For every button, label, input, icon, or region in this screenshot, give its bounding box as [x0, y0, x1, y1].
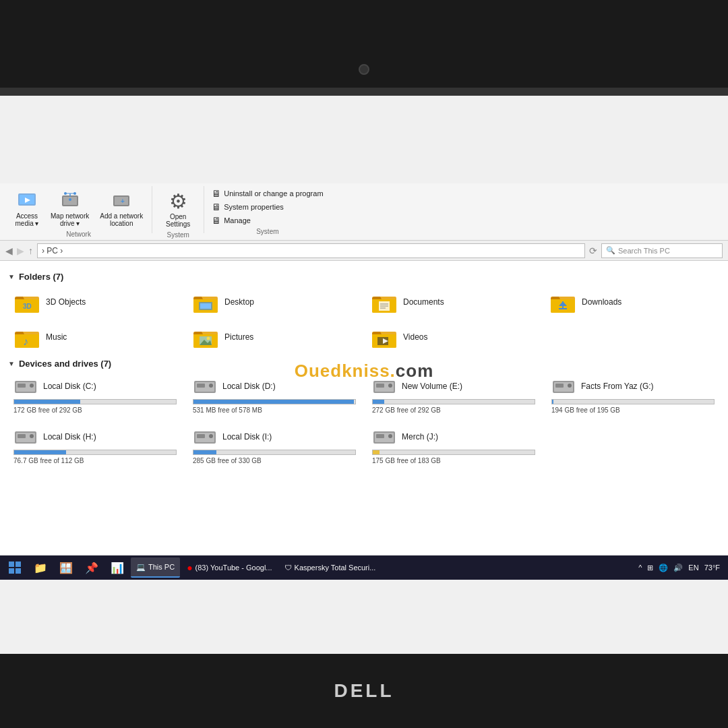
ribbon: Access media ▾ — [0, 183, 728, 241]
taskbar-office-icon[interactable]: 📊 — [105, 557, 129, 578]
uninstall-label: Uninstall or change a program — [224, 189, 323, 198]
taskbar: 📁 🪟 📌 📊 💻 This PC ● (83) YouTube - Googl… — [0, 555, 728, 580]
list-item[interactable]: Videos — [365, 321, 541, 353]
system-tray: ^ ⊞ 🌐 🔊 EN 73°F — [638, 564, 725, 572]
bottom-bezel: DELL — [0, 654, 728, 728]
folder-music-icon: ♪ — [13, 325, 40, 349]
drive-top: Merch (J:) — [372, 427, 535, 446]
taskbar-windows-icon[interactable]: 🪟 — [54, 557, 78, 578]
search-placeholder: Search This PC — [618, 247, 670, 255]
forward-icon[interactable]: ▶ — [17, 245, 24, 256]
drives-grid: Local Disk (C:) 172 GB free of 292 GB Lo… — [8, 373, 720, 468]
drive-name: Merch (J:) — [402, 432, 438, 442]
tray-temperature: 73°F — [704, 564, 720, 572]
list-item[interactable]: Local Disk (C:) 172 GB free of 292 GB — [8, 373, 182, 418]
manage-label: Manage — [224, 216, 251, 224]
folder-videos-icon — [371, 325, 398, 349]
drive-info: 175 GB free of 183 GB — [372, 457, 535, 464]
taskbar-this-pc-button[interactable]: 💻 This PC — [131, 557, 180, 578]
file-explorer: Access media ▾ — [0, 183, 728, 580]
tray-chevron[interactable]: ^ — [638, 564, 642, 572]
drive-bar — [193, 450, 216, 454]
folders-grid: 3D 3D Objects Desktop — [8, 286, 720, 353]
list-item[interactable]: Local Disk (H:) 76.7 GB free of 112 GB — [8, 423, 182, 468]
svg-rect-46 — [18, 384, 26, 388]
taskbar-youtube-button[interactable]: ● (83) YouTube - Googl... — [181, 557, 277, 578]
ribbon-system-section: 🖥 Uninstall or change a program 🖥 System… — [204, 186, 330, 233]
svg-text:+: + — [121, 198, 125, 205]
tray-language: EN — [688, 564, 698, 572]
ribbon-network-section: Access media ▾ — [5, 186, 152, 233]
folder-desktop-label: Desktop — [224, 297, 254, 307]
folder-downloads-label: Downloads — [582, 297, 621, 307]
webcam — [359, 64, 369, 75]
drive-name: Local Disk (C:) — [43, 382, 96, 391]
access-media-label: Access media ▾ — [15, 212, 38, 227]
tray-volume-icon[interactable]: 🔊 — [673, 564, 683, 572]
drive-info: 531 MB free of 578 MB — [193, 406, 356, 414]
drive-icon — [193, 427, 217, 446]
drive-info: 285 GB free of 330 GB — [193, 457, 356, 464]
drive-bar — [14, 450, 66, 454]
address-path[interactable]: › PC › — [37, 243, 585, 258]
svg-point-63 — [30, 434, 34, 438]
tray-task-view-icon[interactable]: ⊞ — [647, 564, 653, 572]
drive-bar-container — [193, 450, 356, 455]
drive-bar — [14, 400, 80, 404]
drive-icon — [193, 377, 217, 396]
drive-bar-container — [551, 399, 715, 404]
list-item[interactable]: Pictures — [187, 321, 363, 353]
list-item[interactable]: New Volume (E:) 272 GB free of 292 GB — [367, 373, 541, 418]
back-icon[interactable]: ◀ — [5, 245, 13, 256]
uninstall-icon: 🖥 — [212, 188, 221, 199]
svg-rect-75 — [16, 568, 21, 574]
drives-section-header[interactable]: ▼ Devices and drives (7) — [8, 359, 720, 369]
list-item[interactable]: Facts From Yaz (G:) 194 GB free of 195 G… — [546, 373, 720, 418]
list-item[interactable]: Documents — [365, 286, 541, 318]
tray-network-icon[interactable]: 🌐 — [659, 564, 668, 572]
settings-gear-icon: ⚙ — [169, 189, 187, 213]
drive-info: 194 GB free of 195 GB — [551, 406, 715, 414]
folders-section-header[interactable]: ▼ Folders (7) — [8, 272, 720, 282]
drive-bar-container — [193, 399, 356, 404]
list-item[interactable]: ♪ Music — [8, 321, 184, 353]
kaspersky-icon: 🛡 — [284, 564, 292, 572]
list-item[interactable]: Downloads — [544, 286, 720, 318]
list-item[interactable]: 3D 3D Objects — [8, 286, 184, 318]
manage-button[interactable]: 🖥 Manage — [210, 214, 325, 226]
system-props-label: System properties — [224, 203, 284, 211]
system-properties-button[interactable]: 🖥 System properties — [210, 201, 325, 213]
folder-3d-objects-label: 3D Objects — [46, 297, 86, 307]
folder-videos-label: Videos — [403, 332, 427, 342]
list-item[interactable]: Merch (J:) 175 GB free of 183 GB — [367, 423, 541, 468]
map-network-drive-icon — [59, 189, 81, 211]
folder-pictures-label: Pictures — [224, 332, 253, 342]
open-settings-button[interactable]: ⚙ Open Settings — [158, 187, 198, 230]
taskbar-file-manager-icon[interactable]: 📁 — [28, 557, 53, 578]
drive-icon — [551, 377, 576, 396]
taskbar-pinterest-icon[interactable]: 📌 — [80, 557, 104, 578]
map-network-drive-button[interactable]: Map network drive ▾ — [47, 187, 92, 229]
add-network-location-button[interactable]: + Add a network location — [96, 187, 146, 229]
drive-name: Local Disk (D:) — [222, 382, 276, 391]
drive-name: Facts From Yaz (G:) — [581, 382, 654, 391]
system-cmd-group: 🖥 Uninstall or change a program 🖥 System… — [210, 187, 325, 226]
up-icon[interactable]: ↑ — [28, 245, 33, 256]
youtube-label: (83) YouTube - Googl... — [195, 564, 272, 572]
drive-icon — [13, 427, 38, 446]
start-button[interactable] — [3, 557, 27, 578]
uninstall-program-button[interactable]: 🖥 Uninstall or change a program — [210, 187, 325, 200]
access-media-button[interactable]: Access media ▾ — [11, 187, 43, 229]
svg-rect-58 — [555, 384, 564, 388]
taskbar-kaspersky-button[interactable]: 🛡 Kaspersky Total Securi... — [279, 557, 382, 578]
list-item[interactable]: Local Disk (I:) 285 GB free of 330 GB — [187, 423, 361, 468]
breadcrumb-pc: › PC › — [42, 246, 63, 255]
svg-rect-70 — [376, 434, 384, 438]
refresh-icon[interactable]: ⟳ — [589, 245, 597, 256]
search-box[interactable]: 🔍 Search This PC — [601, 243, 723, 258]
list-item[interactable]: Desktop — [187, 286, 363, 318]
svg-point-55 — [388, 384, 392, 388]
drive-bar — [373, 450, 380, 454]
list-item[interactable]: Local Disk (D:) 531 MB free of 578 MB — [187, 373, 361, 418]
drives-chevron-icon: ▼ — [8, 360, 15, 367]
